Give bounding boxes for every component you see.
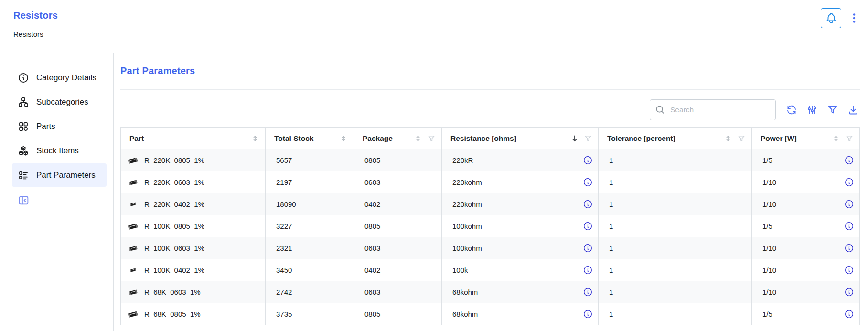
info-icon bbox=[583, 288, 592, 297]
sidebar-item-parts[interactable]: Parts bbox=[12, 115, 107, 138]
part-thumbnail bbox=[128, 288, 138, 297]
resistance-info-button[interactable] bbox=[583, 156, 592, 165]
package-value: 0805 bbox=[364, 156, 380, 164]
sidebar-item-part-parameters[interactable]: Part Parameters bbox=[12, 163, 107, 187]
power-info-button[interactable] bbox=[845, 288, 854, 297]
part-thumbnail bbox=[127, 222, 139, 231]
total-stock-value: 2321 bbox=[276, 244, 292, 252]
sidebar-item-label: Category Details bbox=[36, 73, 96, 83]
power-info-button[interactable] bbox=[845, 156, 854, 165]
filter-icon bbox=[827, 104, 838, 116]
resistance-info-button[interactable] bbox=[583, 244, 592, 253]
power-info-button[interactable] bbox=[845, 310, 854, 319]
search-icon bbox=[655, 105, 665, 115]
power-info-button[interactable] bbox=[845, 266, 854, 275]
info-icon bbox=[583, 244, 592, 253]
sidebar-item-label: Subcategories bbox=[36, 97, 88, 107]
sidebar-item-label: Stock Items bbox=[36, 146, 79, 156]
part-name: R_100K_0402_1% bbox=[144, 266, 204, 274]
column-header-total-stock[interactable]: Total Stock bbox=[266, 128, 354, 149]
power-info-button[interactable] bbox=[845, 178, 854, 187]
resistance-info-button[interactable] bbox=[583, 266, 592, 275]
power-value: 1/10 bbox=[762, 244, 776, 252]
power-info-button[interactable] bbox=[845, 222, 854, 231]
info-icon bbox=[583, 266, 592, 275]
tolerance-value: 1 bbox=[609, 222, 613, 230]
total-stock-value: 3227 bbox=[276, 222, 292, 230]
sidebar-collapse-button[interactable] bbox=[18, 194, 30, 208]
refresh-button[interactable] bbox=[785, 103, 798, 117]
column-header-tolerance[interactable]: Tolerance [percent] bbox=[599, 128, 752, 149]
package-value: 0603 bbox=[364, 244, 380, 252]
filter-button[interactable] bbox=[826, 103, 839, 117]
resistance-info-button[interactable] bbox=[583, 178, 592, 187]
total-stock-value: 3450 bbox=[276, 266, 292, 274]
download-button[interactable] bbox=[847, 103, 860, 117]
total-stock-value: 18090 bbox=[276, 200, 296, 208]
info-icon bbox=[845, 156, 854, 165]
column-header-resistance[interactable]: Resistance [ohms] bbox=[442, 128, 599, 149]
header-actions bbox=[821, 8, 859, 28]
table-row[interactable]: R_100K_0603_1% 2321 0603 100kohm 1 1/10 bbox=[121, 237, 860, 259]
part-thumbnail bbox=[127, 156, 139, 165]
column-header-package[interactable]: Package bbox=[354, 128, 442, 149]
main-panel: Part Parameters bbox=[114, 53, 868, 331]
search-input[interactable] bbox=[650, 99, 776, 120]
resistance-value: 220kR bbox=[452, 156, 473, 164]
info-icon bbox=[845, 222, 854, 231]
page-title: Resistors bbox=[13, 10, 868, 21]
sidebar-collapse-icon bbox=[18, 194, 30, 206]
column-header-power[interactable]: Power [W] bbox=[752, 128, 860, 149]
column-header-part[interactable]: Part bbox=[121, 128, 266, 149]
table-row[interactable]: R_220K_0402_1% 18090 0402 220kohm 1 1/10 bbox=[121, 193, 860, 215]
resistance-info-button[interactable] bbox=[583, 222, 592, 231]
column-filter-icon[interactable] bbox=[845, 134, 854, 143]
power-value: 1/5 bbox=[762, 222, 772, 230]
part-name: R_100K_0805_1% bbox=[144, 222, 204, 230]
power-value: 1/10 bbox=[762, 200, 776, 208]
refresh-icon bbox=[786, 104, 797, 116]
part-name: R_68K_0805_1% bbox=[144, 310, 201, 318]
sidebar-item-label: Parts bbox=[36, 122, 55, 131]
notifications-button[interactable] bbox=[821, 8, 841, 28]
dots-vertical-icon bbox=[849, 12, 859, 24]
table-row[interactable]: R_68K_0805_1% 3735 0805 68kohm 1 1/5 bbox=[121, 303, 860, 325]
heading-divider bbox=[120, 89, 860, 90]
sort-icon bbox=[724, 134, 732, 143]
table-row[interactable]: R_220K_0603_1% 2197 0603 220kohm 1 1/10 bbox=[121, 171, 860, 193]
table-row[interactable]: R_100K_0805_1% 3227 0805 100kohm 1 1/5 bbox=[121, 215, 860, 237]
table-row[interactable]: R_68K_0603_1% 2742 0603 68kohm 1 1/10 bbox=[121, 281, 860, 303]
content-area: Category Details Subcategories Parts Sto… bbox=[4, 53, 868, 331]
part-thumbnail bbox=[128, 178, 138, 187]
category-grid-icon bbox=[18, 121, 29, 132]
resistance-info-button[interactable] bbox=[583, 200, 592, 209]
sidebar-item-stock-items[interactable]: Stock Items bbox=[12, 139, 107, 162]
power-info-button[interactable] bbox=[845, 200, 854, 209]
column-filter-icon[interactable] bbox=[427, 134, 436, 143]
power-value: 1/10 bbox=[762, 266, 776, 274]
adjustments-icon bbox=[806, 104, 818, 116]
table-row[interactable]: R_220K_0805_1% 5657 0805 220kR 1 1/5 bbox=[121, 149, 860, 171]
table-options-button[interactable] bbox=[805, 103, 819, 117]
table-row[interactable]: R_100K_0402_1% 3450 0402 100k 1 1/10 bbox=[121, 259, 860, 281]
sidebar-item-category-details[interactable]: Category Details bbox=[12, 66, 107, 89]
column-filter-icon[interactable] bbox=[737, 134, 746, 143]
tolerance-value: 1 bbox=[609, 178, 613, 186]
packages-icon bbox=[18, 145, 29, 157]
resistance-info-button[interactable] bbox=[583, 310, 592, 319]
package-value: 0402 bbox=[364, 266, 380, 274]
bell-icon bbox=[825, 12, 837, 24]
total-stock-value: 2197 bbox=[276, 178, 292, 186]
resistance-value: 100k bbox=[452, 266, 468, 274]
table-body: R_220K_0805_1% 5657 0805 220kR 1 1/5 bbox=[121, 149, 860, 325]
resistance-info-button[interactable] bbox=[583, 288, 592, 297]
resistance-value: 68kohm bbox=[452, 310, 478, 318]
overflow-menu-button[interactable] bbox=[849, 9, 859, 28]
sidebar-item-label: Part Parameters bbox=[36, 171, 96, 180]
info-icon bbox=[583, 310, 592, 319]
download-icon bbox=[847, 104, 859, 116]
column-filter-icon[interactable] bbox=[584, 134, 592, 143]
power-info-button[interactable] bbox=[845, 244, 854, 253]
breadcrumb[interactable]: Resistors bbox=[13, 30, 43, 38]
sidebar-item-subcategories[interactable]: Subcategories bbox=[12, 90, 107, 114]
